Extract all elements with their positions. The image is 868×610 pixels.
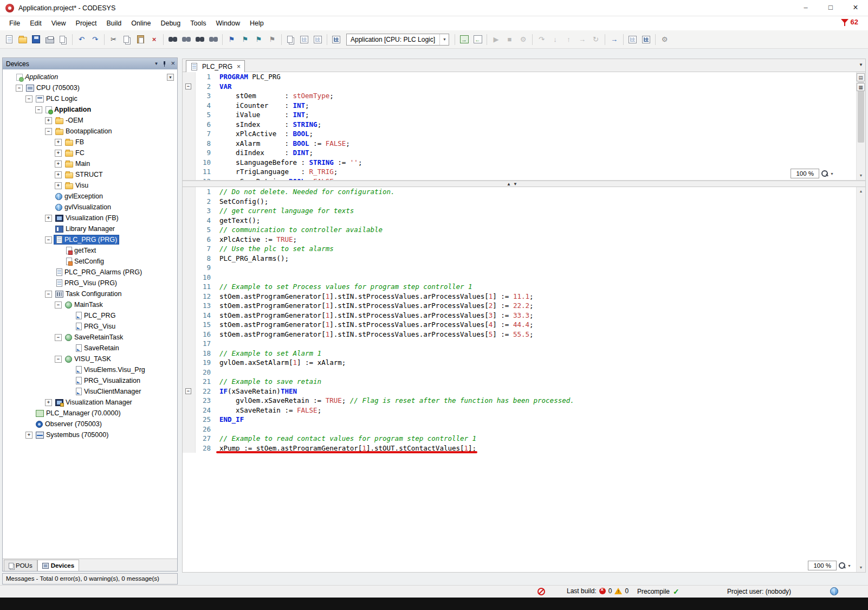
code-line[interactable]: 7// Use the plc to set alarms [183, 244, 856, 254]
redo-button[interactable]: ↷ [88, 33, 102, 46]
code-line[interactable]: 8PLC_PRG_Alarms(); [183, 254, 856, 264]
tree-item[interactable]: −Application [3, 104, 177, 115]
project-information-button[interactable] [329, 33, 343, 46]
tree-item[interactable]: +Systembus (705000) [3, 429, 177, 440]
tree-item[interactable]: getText [3, 245, 177, 256]
tree-item[interactable]: −PLC_PRG (PRG) [3, 234, 177, 245]
code-line[interactable]: −22IF(xSaveRetain)THEN [183, 387, 856, 396]
display-mode-button[interactable] [639, 33, 653, 46]
collapse-icon[interactable]: − [25, 95, 33, 102]
zoom-level[interactable]: 100 % [808, 561, 837, 570]
expand-icon[interactable]: + [45, 399, 52, 406]
previous-bookmark-button[interactable]: ⚑ [252, 33, 265, 46]
collapse-up-icon[interactable] [507, 181, 511, 187]
implementation-editor[interactable]: 1// Do not delete. Needed for configurat… [183, 187, 865, 572]
code-line[interactable]: 12 xSaveRetain: BOOL:=FALSE; [183, 177, 856, 181]
code-line[interactable]: 16stOem.astProgramGenerator[1].stIN.stPr… [183, 330, 856, 339]
fold-collapse-icon[interactable]: − [183, 82, 196, 92]
delete-button[interactable]: × [147, 33, 161, 46]
tree-item[interactable]: −PLC Logic [3, 93, 177, 104]
code-line[interactable]: 21// Example to save retain [183, 377, 856, 387]
code-line[interactable]: 25END_IF [183, 415, 856, 425]
magnifier-icon[interactable] [821, 170, 828, 177]
code-line[interactable]: 3 stOem : stOemType; [183, 91, 856, 101]
menu-view[interactable]: View [47, 16, 71, 30]
code-line[interactable]: 4getText(); [183, 216, 856, 226]
undo-button[interactable]: ↶ [75, 33, 88, 46]
paste-button[interactable] [134, 33, 147, 46]
tree-item[interactable]: −Task Configuration [3, 288, 177, 299]
code-line[interactable]: 2SetConfig(); [183, 197, 856, 207]
code-line[interactable]: 20 [183, 368, 856, 377]
collapse-icon[interactable]: − [16, 85, 23, 92]
code-line[interactable]: 17 [183, 339, 856, 349]
tree-item[interactable]: +Visu [3, 180, 177, 191]
zoom-dropdown-icon[interactable] [830, 172, 834, 176]
clear-bookmarks-button[interactable]: ⚑ [265, 33, 279, 46]
next-message-button[interactable]: → [607, 33, 621, 46]
refactoring-button[interactable]: ⚙ [658, 33, 671, 46]
start-button[interactable]: ▶ [489, 33, 503, 46]
menu-help[interactable]: Help [245, 16, 269, 30]
find-button[interactable] [166, 33, 179, 46]
step-over-button[interactable]: ↷ [535, 33, 548, 46]
tree-item[interactable]: PRG_Visualization [3, 375, 177, 386]
tree-item[interactable]: VisuElems.Visu_Prg [3, 364, 177, 375]
close-tab-icon[interactable]: × [237, 63, 241, 70]
code-line[interactable]: 7 xPlcActive : BOOL; [183, 129, 856, 139]
toolbox-toggle-button[interactable]: ▤ [857, 73, 865, 81]
tab-list-icon[interactable] [859, 62, 863, 67]
find-in-project-button[interactable] [193, 33, 206, 46]
code-line[interactable]: 24 xSaveRetain := FALSE; [183, 406, 856, 415]
tree-item[interactable]: +Visualization (FB) [3, 213, 177, 223]
expand-icon[interactable]: + [45, 117, 52, 124]
code-line[interactable]: −2VAR [183, 82, 856, 92]
tree-item[interactable]: +Visualization Manager [3, 397, 177, 408]
tree-item[interactable]: −VISU_TASK [3, 354, 177, 364]
tree-item[interactable]: +FB [3, 137, 177, 147]
code-line[interactable]: 13stOem.astProgramGenerator[1].stIN.stPr… [183, 301, 856, 311]
stop-button[interactable]: ■ [503, 33, 516, 46]
tree-item[interactable]: VisuClientManager [3, 386, 177, 397]
tab-devices[interactable]: Devices [37, 560, 79, 571]
menu-build[interactable]: Build [101, 16, 126, 30]
code-line[interactable]: 10 [183, 273, 856, 282]
code-line[interactable]: 10 sLanguageBefore : STRING := ''; [183, 158, 856, 168]
replace-button[interactable] [179, 33, 193, 46]
device-combo-arrow-icon[interactable]: ▼ [167, 74, 174, 81]
step-out-button[interactable]: ↑ [562, 33, 575, 46]
tree-item[interactable]: gvlVisualization [3, 202, 177, 213]
implementation-scrollbar[interactable] [856, 187, 865, 572]
tree-item[interactable]: +Main [3, 158, 177, 169]
menu-edit[interactable]: Edit [25, 16, 47, 30]
code-line[interactable]: 5 iValue : INT; [183, 110, 856, 120]
zoom-level[interactable]: 100 % [791, 169, 819, 178]
tab-plc-prg[interactable]: PLC_PRG × [186, 60, 245, 72]
code-line[interactable]: 11 rTrigLanguage : R_TRIG; [183, 167, 856, 177]
pin-icon[interactable] [162, 61, 167, 66]
expand-icon[interactable]: + [55, 139, 62, 146]
step-into-button[interactable]: ↓ [548, 33, 562, 46]
code-line[interactable]: 26 [183, 425, 856, 434]
reset-warm-button[interactable]: ↻ [589, 33, 603, 46]
import-button[interactable] [311, 33, 325, 46]
cut-button[interactable]: ✂ [107, 33, 120, 46]
properties-toggle-button[interactable]: ▦ [857, 83, 865, 91]
replace-in-project-button[interactable] [206, 33, 220, 46]
magnifier-icon[interactable] [838, 562, 846, 569]
compare-objects-button[interactable] [284, 33, 297, 46]
copy-button[interactable] [120, 33, 134, 46]
tree-item[interactable]: −Bootapplication [3, 126, 177, 137]
collapse-down-icon[interactable] [513, 181, 517, 187]
globe-icon[interactable] [830, 587, 838, 595]
collapse-icon[interactable]: − [45, 236, 52, 243]
pane-splitter[interactable] [183, 181, 865, 187]
menu-window[interactable]: Window [211, 16, 244, 30]
menu-tools[interactable]: Tools [185, 16, 211, 30]
scroll-down-icon[interactable] [857, 563, 865, 572]
expand-icon[interactable]: + [55, 160, 62, 168]
code-line[interactable]: 6xPlcActive := TRUE; [183, 235, 856, 245]
page-copy-button[interactable] [56, 33, 70, 46]
tree-item[interactable]: PRG_Visu [3, 321, 177, 332]
fold-collapse-icon[interactable]: − [183, 387, 196, 396]
